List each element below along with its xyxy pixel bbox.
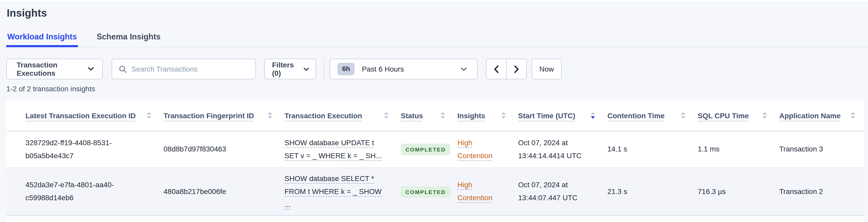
top-strip: [0, 0, 868, 3]
column-label: Application Name: [779, 112, 841, 120]
filters-button[interactable]: Filters (0): [264, 59, 316, 80]
time-range-badge: 6h: [337, 63, 354, 75]
page-title: Insights: [7, 7, 868, 19]
column-header-transaction-execution[interactable]: Transaction Execution: [284, 101, 401, 131]
search-input[interactable]: [112, 59, 255, 79]
column-header-latest-execution-id[interactable]: Latest Transaction Execution ID: [6, 101, 163, 131]
transaction-insights-table: Latest Transaction Execution ID Transact…: [6, 101, 864, 216]
next-time-range-button[interactable]: [506, 59, 527, 80]
column-header-contention-time[interactable]: Contention Time: [608, 101, 698, 131]
sort-icon[interactable]: [384, 112, 388, 119]
time-range-label: Past 6 Hours: [362, 65, 404, 73]
chevron-right-icon: [514, 65, 519, 73]
toolbar: Transaction Executions Filters (0) 6h Pa…: [6, 59, 862, 80]
table-header-row: Latest Transaction Execution ID Transact…: [6, 101, 864, 131]
column-header-insights[interactable]: Insights: [457, 101, 518, 131]
filters-button-label: Filters (0): [272, 61, 304, 77]
chevron-down-icon: [461, 67, 467, 71]
column-header-fingerprint-id[interactable]: Transaction Fingerprint ID: [163, 101, 284, 131]
status-badge: COMPLETED: [401, 186, 450, 197]
column-label: Contention Time: [608, 112, 664, 120]
sort-icon-descending[interactable]: [591, 112, 595, 119]
application-name-cell: Transaction 3: [779, 131, 864, 167]
sql-cpu-time-cell: 716.3 µs: [698, 167, 779, 215]
sort-icon[interactable]: [851, 112, 855, 119]
column-label: SQL CPU Time: [698, 112, 749, 120]
sort-icon[interactable]: [501, 112, 506, 119]
sql-cpu-time-cell: 1.1 ms: [698, 131, 779, 167]
results-summary: 1-2 of 2 transaction insights: [6, 85, 868, 93]
tab-workload-insights[interactable]: Workload Insights: [6, 32, 78, 47]
tab-schema-insights[interactable]: Schema Insights: [95, 32, 161, 47]
column-label: Status: [401, 112, 423, 120]
search-icon: [119, 65, 127, 73]
column-label: Start Time (UTC): [518, 112, 575, 120]
execution-type-select[interactable]: Transaction Executions: [6, 59, 103, 80]
sort-icon[interactable]: [681, 112, 685, 119]
latest-execution-id-cell: 328729d2-ff19-4408-8531-b05a5b4e43c7: [6, 131, 163, 167]
chevron-left-icon: [494, 65, 499, 73]
time-range-picker[interactable]: 6h Past 6 Hours: [330, 59, 477, 80]
toolbar-divider: [324, 59, 324, 80]
column-label: Latest Transaction Execution ID: [25, 112, 136, 120]
column-header-application-name[interactable]: Application Name: [779, 101, 864, 131]
start-time-cell: Oct 07, 2024 at 13:44:07.447 UTC: [518, 167, 608, 215]
transaction-execution-link[interactable]: SHOW database SELECT * FROM t WHERE k = …: [284, 174, 381, 208]
fingerprint-id-cell: 08d8b7d97f830463: [163, 131, 284, 167]
application-name-cell: Transaction 2: [779, 167, 864, 215]
search-box: [112, 59, 256, 80]
high-contention-link[interactable]: High Contention: [457, 138, 492, 159]
fingerprint-id-cell: 480a8b217be006fe: [163, 167, 284, 215]
table-row: 328729d2-ff19-4408-8531-b05a5b4e43c7 08d…: [6, 131, 864, 167]
high-contention-link[interactable]: High Contention: [457, 181, 492, 202]
tab-bar: Workload Insights Schema Insights: [6, 32, 868, 47]
sort-icon[interactable]: [763, 112, 767, 119]
previous-time-range-button[interactable]: [486, 59, 507, 80]
start-time-cell: Oct 07, 2024 at 13:44:14.4414 UTC: [518, 131, 608, 167]
status-badge: COMPLETED: [401, 144, 450, 155]
now-button[interactable]: Now: [532, 59, 562, 80]
transaction-execution-link[interactable]: SHOW database UPDATE t SET v = _ WHERE k…: [284, 138, 382, 159]
contention-time-cell: 14.1 s: [608, 131, 698, 167]
sort-icon[interactable]: [441, 112, 445, 119]
insights-page: Insights Workload Insights Schema Insigh…: [0, 0, 868, 222]
column-label: Insights: [457, 112, 485, 120]
time-range-value: 6h Past 6 Hours: [337, 63, 404, 75]
chevron-down-icon: [88, 67, 94, 71]
chevron-down-icon: [304, 67, 309, 71]
column-header-sql-cpu-time[interactable]: SQL CPU Time: [698, 101, 779, 131]
latest-execution-id-cell: 452da3e7-e7fa-4801-aa40-c59988d14eb6: [6, 167, 163, 215]
column-label: Transaction Execution: [284, 112, 362, 120]
execution-type-select-label: Transaction Executions: [17, 61, 88, 77]
sort-icon[interactable]: [268, 112, 272, 119]
time-nav-group: [486, 59, 527, 80]
contention-time-cell: 21.3 s: [608, 167, 698, 215]
column-header-start-time[interactable]: Start Time (UTC): [518, 101, 608, 131]
sort-icon[interactable]: [147, 112, 151, 119]
column-header-status[interactable]: Status: [401, 101, 457, 131]
table-row: 452da3e7-e7fa-4801-aa40-c59988d14eb6 480…: [6, 167, 864, 215]
insights-table-card: Latest Transaction Execution ID Transact…: [6, 101, 864, 222]
column-label: Transaction Fingerprint ID: [163, 112, 254, 120]
